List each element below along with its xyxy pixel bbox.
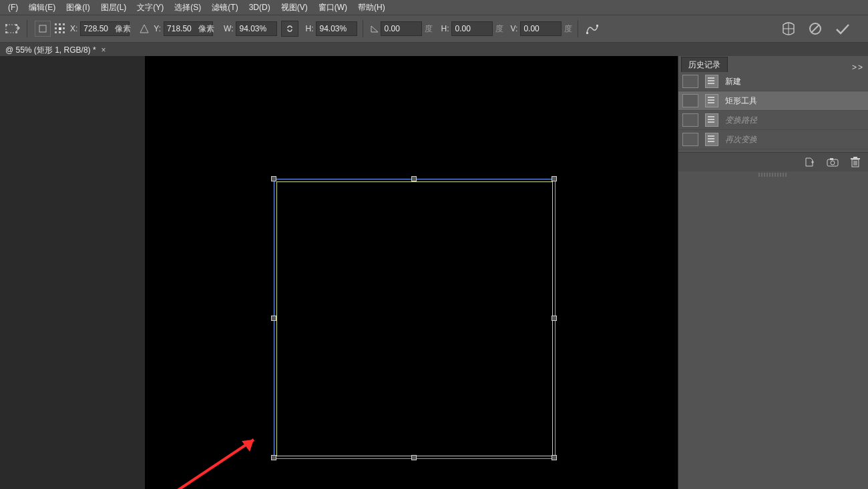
- separator: [363, 20, 363, 37]
- document-icon: [705, 133, 718, 146]
- transform-handle-n[interactable]: [411, 176, 417, 181]
- document-icon: [705, 94, 718, 107]
- skew-h-input[interactable]: [451, 21, 493, 36]
- svg-rect-25: [830, 158, 833, 160]
- reference-point-icon[interactable]: [4, 21, 21, 36]
- transform-handle-s[interactable]: [411, 455, 417, 460]
- menu-edit[interactable]: 编辑(E): [23, 0, 61, 15]
- svg-rect-16: [596, 25, 598, 27]
- skew-h-label: H:: [441, 24, 449, 33]
- panels-column: 历史记录 >> 新建 矩形工具 变换路径 再次变换: [678, 56, 868, 489]
- svg-line-20: [811, 25, 819, 33]
- skew-v-unit: 度: [564, 23, 572, 35]
- svg-rect-30: [851, 158, 860, 159]
- history-item[interactable]: 再次变换: [678, 130, 868, 149]
- skew-v-label: V:: [510, 24, 517, 33]
- reference-point-toggle[interactable]: [35, 21, 51, 37]
- svg-rect-3: [5, 31, 7, 33]
- w-label: W:: [224, 24, 233, 33]
- document-tab-bar: @ 55% (矩形 1, RGB/8) * ×: [0, 43, 868, 57]
- cancel-transform-icon[interactable]: [808, 21, 823, 36]
- svg-rect-31: [853, 157, 857, 158]
- panel-tab-row: 历史记录 >>: [678, 56, 868, 72]
- swap-xy-icon[interactable]: [138, 24, 151, 33]
- menu-window[interactable]: 窗口(W): [313, 0, 353, 15]
- history-thumb-icon: [682, 113, 698, 127]
- svg-rect-10: [59, 27, 61, 30]
- separator: [578, 20, 578, 37]
- x-label: X:: [70, 24, 77, 33]
- menu-image[interactable]: 图像(I): [61, 0, 95, 15]
- menu-file[interactable]: (F): [3, 0, 23, 15]
- svg-rect-6: [55, 23, 57, 25]
- svg-rect-2: [15, 24, 17, 26]
- transform-handle-sw[interactable]: [271, 455, 276, 460]
- h-input[interactable]: [316, 21, 357, 36]
- svg-rect-15: [586, 32, 588, 34]
- link-icon[interactable]: [281, 21, 298, 37]
- transform-handle-se[interactable]: [552, 455, 557, 460]
- angle-unit: 度: [425, 23, 433, 35]
- history-panel-tab[interactable]: 历史记录: [681, 57, 728, 72]
- shape-path-outline[interactable]: [276, 181, 553, 456]
- workspace: 历史记录 >> 新建 矩形工具 变换路径 再次变换: [0, 56, 868, 489]
- menu-bar: (F) 编辑(E) 图像(I) 图层(L) 文字(Y) 选择(S) 滤镜(T) …: [0, 0, 868, 15]
- transform-handle-w[interactable]: [271, 316, 276, 321]
- skew-h-unit: 度: [495, 23, 503, 35]
- document-icon: [705, 113, 718, 127]
- document-icon: [705, 75, 718, 88]
- document-tab-title: @ 55% (矩形 1, RGB/8) *: [5, 43, 96, 57]
- commit-transform-icon[interactable]: [835, 22, 851, 35]
- close-icon[interactable]: ×: [101, 43, 106, 57]
- history-item-label: 变换路径: [725, 115, 757, 126]
- svg-rect-8: [63, 23, 65, 25]
- svg-rect-11: [63, 27, 65, 29]
- svg-point-24: [831, 161, 835, 165]
- svg-rect-7: [59, 23, 61, 25]
- svg-rect-9: [55, 27, 57, 29]
- separator: [27, 20, 27, 37]
- svg-rect-1: [5, 24, 7, 26]
- menu-layer[interactable]: 图层(L): [95, 0, 132, 15]
- svg-rect-12: [55, 31, 57, 33]
- transform-handle-e[interactable]: [552, 316, 557, 321]
- reference-point-grid[interactable]: [53, 21, 67, 36]
- transform-handle-ne[interactable]: [552, 176, 557, 181]
- w-input[interactable]: [236, 21, 277, 36]
- menu-filter[interactable]: 滤镜(T): [206, 0, 243, 15]
- menu-view[interactable]: 视图(V): [276, 0, 313, 15]
- skew-v-input[interactable]: [520, 21, 562, 36]
- angle-icon: [369, 24, 381, 33]
- transform-handle-nw[interactable]: [271, 176, 276, 181]
- history-thumb-icon: [682, 75, 698, 88]
- svg-rect-14: [63, 31, 65, 33]
- menu-help[interactable]: 帮助(H): [353, 0, 391, 15]
- panel-menu-icon[interactable]: >>: [852, 63, 864, 72]
- history-item[interactable]: 新建: [678, 72, 868, 91]
- new-doc-icon[interactable]: [804, 157, 815, 167]
- history-item-label: 再次变换: [725, 134, 757, 145]
- panel-resize-gripper[interactable]: [758, 173, 788, 177]
- angle-input[interactable]: [381, 21, 422, 36]
- svg-rect-5: [39, 25, 46, 32]
- snapshot-icon[interactable]: [827, 157, 839, 167]
- trash-icon[interactable]: [851, 157, 860, 167]
- svg-rect-13: [59, 31, 61, 33]
- menu-select[interactable]: 选择(S): [169, 0, 206, 15]
- history-item-label: 新建: [725, 76, 741, 87]
- history-item[interactable]: 矩形工具: [678, 91, 868, 111]
- y-input[interactable]: [164, 21, 213, 36]
- warp-mode-icon[interactable]: [781, 22, 796, 35]
- history-item[interactable]: 变换路径: [678, 111, 868, 130]
- y-label: Y:: [154, 24, 161, 33]
- document-tab[interactable]: @ 55% (矩形 1, RGB/8) * ×: [0, 43, 112, 57]
- menu-type[interactable]: 文字(Y): [132, 0, 169, 15]
- interpolation-icon[interactable]: [584, 23, 601, 35]
- x-input[interactable]: [80, 21, 130, 36]
- menu-3d[interactable]: 3D(D): [244, 0, 276, 15]
- svg-rect-0: [6, 25, 17, 33]
- history-item-label: 矩形工具: [725, 95, 757, 107]
- history-panel-footer: [678, 152, 868, 171]
- canvas-area[interactable]: [0, 56, 678, 489]
- h-label: H:: [305, 24, 313, 33]
